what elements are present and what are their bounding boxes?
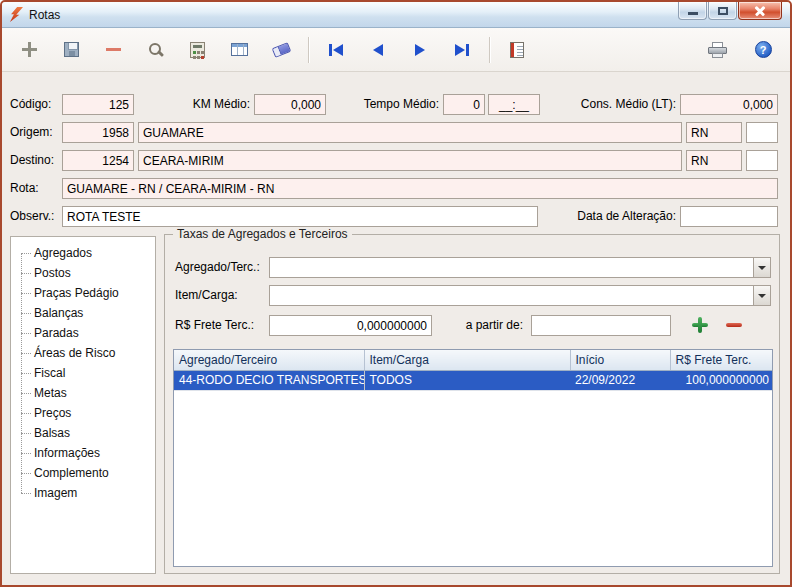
sidebar-item-balancas[interactable]: Balanças	[11, 303, 155, 323]
log-book-icon	[510, 42, 524, 58]
codigo-label: Código:	[10, 94, 51, 115]
rota-field[interactable]	[62, 178, 778, 199]
item-carga-label: Item/Carga:	[175, 285, 238, 306]
codigo-field[interactable]	[62, 94, 134, 115]
tempo-medio-mask-field[interactable]	[488, 94, 540, 115]
observ-label: Observ.:	[10, 206, 54, 227]
eraser-icon	[271, 42, 291, 58]
printer-icon	[708, 42, 727, 58]
sidebar-item-informacoes[interactable]: Informações	[11, 443, 155, 463]
print-button[interactable]	[702, 36, 732, 64]
toolbar-separator	[489, 37, 490, 63]
table-row[interactable]: 44-RODO DECIO TRANSPORTES TODOS 22/09/20…	[174, 370, 773, 390]
window-controls	[678, 2, 782, 20]
add-taxa-button[interactable]	[689, 314, 711, 336]
calculator-icon	[190, 42, 205, 58]
rota-label: Rota:	[10, 178, 39, 199]
sidebar-item-precos[interactable]: Preços	[11, 403, 155, 423]
minimize-button[interactable]	[678, 2, 707, 20]
destino-name-field[interactable]	[138, 150, 682, 171]
cons-medio-label: Cons. Médio (LT):	[558, 94, 676, 115]
col-header-item-carga[interactable]: Item/Carga	[364, 350, 570, 370]
origem-code-field[interactable]	[62, 122, 134, 143]
clear-button[interactable]	[266, 36, 296, 64]
tempo-medio-field[interactable]	[443, 94, 485, 115]
cell-item-carga[interactable]: TODOS	[364, 370, 570, 390]
nav-next-button[interactable]	[405, 36, 435, 64]
groupbox-title: Taxas de Agregados e Terceiros	[173, 227, 352, 241]
frete-terc-field[interactable]	[269, 315, 432, 336]
cons-medio-field[interactable]	[680, 94, 778, 115]
save-disk-icon	[64, 42, 79, 57]
destino-label: Destino:	[10, 150, 54, 171]
sidebar-item-metas[interactable]: Metas	[11, 383, 155, 403]
next-record-icon	[415, 44, 425, 56]
item-carga-combobox[interactable]	[269, 285, 771, 306]
destino-uf-field[interactable]	[686, 150, 742, 171]
sidebar-item-balsas[interactable]: Balsas	[11, 423, 155, 443]
item-carga-value	[270, 286, 753, 305]
last-record-icon	[455, 44, 469, 56]
table-grid-icon	[231, 43, 248, 56]
sidebar-item-areas-de-risco[interactable]: Áreas de Risco	[11, 343, 155, 363]
form-body: Código: KM Médio: Tempo Médio: Cons. Méd…	[2, 72, 790, 585]
destino-extra-field[interactable]	[746, 150, 778, 171]
col-header-frete-terc[interactable]: R$ Frete Terc.	[670, 350, 773, 370]
rotas-window: Rotas	[0, 0, 792, 587]
remove-taxa-button[interactable]	[723, 314, 745, 336]
title-bar[interactable]: Rotas	[2, 2, 790, 28]
calculator-button[interactable]	[182, 36, 212, 64]
previous-record-icon	[373, 44, 383, 56]
delete-record-button[interactable]	[98, 36, 128, 64]
col-header-inicio[interactable]: Início	[570, 350, 670, 370]
origem-label: Origem:	[10, 122, 53, 143]
minimize-icon	[688, 12, 698, 15]
sidebar-item-pracas-pedagio[interactable]: Praças Pedágio	[11, 283, 155, 303]
help-button[interactable]: ?	[748, 36, 778, 64]
nav-last-button[interactable]	[447, 36, 477, 64]
km-medio-label: KM Médio:	[162, 94, 250, 115]
origem-name-field[interactable]	[138, 122, 682, 143]
help-icon: ?	[755, 41, 772, 58]
chevron-down-icon	[758, 266, 766, 270]
maximize-button[interactable]	[708, 2, 737, 20]
sidebar-item-agregados[interactable]: Agregados	[11, 243, 155, 263]
a-partir-de-field[interactable]	[531, 315, 671, 336]
save-button[interactable]	[56, 36, 86, 64]
add-record-button[interactable]	[14, 36, 44, 64]
observ-field[interactable]	[62, 206, 538, 227]
agregado-terc-combobox[interactable]	[269, 257, 771, 278]
nav-prev-button[interactable]	[363, 36, 393, 64]
item-carga-dropdown-button[interactable]	[753, 286, 770, 305]
nav-first-button[interactable]	[321, 36, 351, 64]
col-header-agregado-terceiro[interactable]: Agregado/Terceiro	[174, 350, 364, 370]
a-partir-de-label: a partir de:	[457, 315, 523, 336]
green-plus-icon	[692, 317, 708, 333]
grid-view-button[interactable]	[224, 36, 254, 64]
sidebar-item-imagem[interactable]: Imagem	[11, 483, 155, 503]
destino-code-field[interactable]	[62, 150, 134, 171]
cell-frete[interactable]: 100,000000000	[670, 370, 773, 390]
agregado-terc-label: Agregado/Terc.:	[175, 257, 260, 278]
cell-agregado[interactable]: 44-RODO DECIO TRANSPORTES	[174, 370, 364, 390]
red-minus-icon	[726, 317, 742, 333]
search-button[interactable]	[140, 36, 170, 64]
taxas-groupbox: Taxas de Agregados e Terceiros Agregado/…	[164, 234, 780, 574]
sidebar-item-complemento[interactable]: Complemento	[11, 463, 155, 483]
sidebar-item-postos[interactable]: Postos	[11, 263, 155, 283]
km-medio-field[interactable]	[254, 94, 326, 115]
taxas-grid[interactable]: Agregado/Terceiro Item/Carga Início R$ F…	[173, 349, 773, 567]
agregado-dropdown-button[interactable]	[753, 258, 770, 277]
sidebar-item-fiscal[interactable]: Fiscal	[11, 363, 155, 383]
origem-extra-field[interactable]	[746, 122, 778, 143]
chevron-down-icon	[758, 294, 766, 298]
agregado-terc-value	[270, 258, 753, 277]
data-alteracao-field[interactable]	[680, 206, 778, 227]
close-button[interactable]	[738, 2, 782, 20]
sidebar-item-paradas[interactable]: Paradas	[11, 323, 155, 343]
log-button[interactable]	[502, 36, 532, 64]
toolbar: ?	[2, 28, 790, 72]
origem-uf-field[interactable]	[686, 122, 742, 143]
cell-inicio[interactable]: 22/09/2022	[570, 370, 670, 390]
data-alteracao-label: Data de Alteração:	[558, 206, 676, 227]
